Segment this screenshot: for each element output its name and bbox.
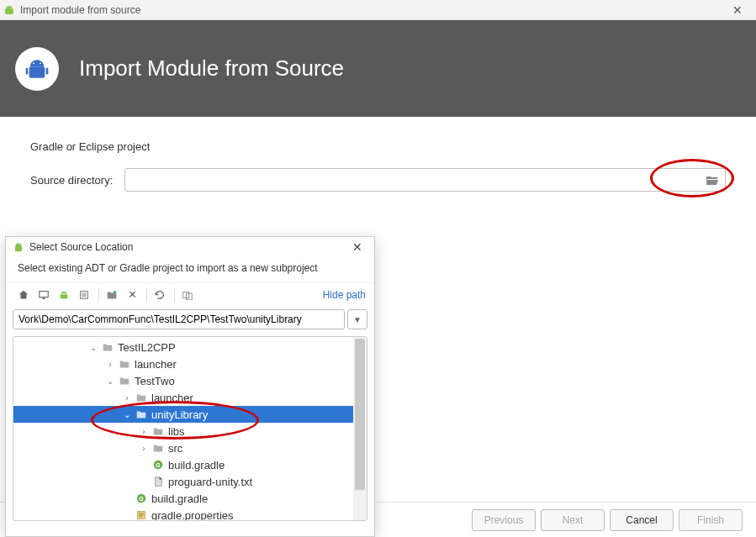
tree-item-TestIL2CPP[interactable]: ⌄TestIL2CPP <box>13 339 367 355</box>
file-tree[interactable]: ⌄TestIL2CPP›launcher⌄TestTwo›launcher⌄un… <box>13 337 367 521</box>
svg-rect-3 <box>26 67 29 74</box>
new-folder-icon[interactable] <box>103 286 121 304</box>
content-area: Gradle or Eclipse project Source directo… <box>0 117 756 215</box>
popup-close-button[interactable]: ✕ <box>347 239 367 255</box>
folder-icon <box>151 424 165 438</box>
folder-icon <box>118 357 131 371</box>
svg-point-7 <box>17 245 18 245</box>
select-source-popup: Select Source Location ✕ Select existing… <box>5 236 375 537</box>
svg-point-1 <box>10 7 11 8</box>
tree-item-label: src <box>168 442 182 455</box>
file-icon <box>151 475 165 488</box>
svg-rect-4 <box>46 67 49 74</box>
svg-point-8 <box>19 245 20 245</box>
tree-item-label: libs <box>168 425 185 438</box>
android-project-icon[interactable] <box>55 286 73 304</box>
chevron-icon[interactable]: ⌄ <box>87 343 99 352</box>
path-dropdown-button[interactable]: ▼ <box>347 309 367 329</box>
chevron-icon[interactable]: › <box>138 427 150 436</box>
toolbar-separator <box>98 287 99 303</box>
path-input[interactable] <box>13 309 345 329</box>
tree-item-build-gradle[interactable]: Gbuild.gradle <box>13 456 367 473</box>
tree-item-label: launcher <box>151 392 193 404</box>
gradle-icon: G <box>151 458 165 471</box>
cancel-button[interactable]: Cancel <box>610 509 674 531</box>
tree-item-label: TestIL2CPP <box>118 341 176 354</box>
folder-icon <box>151 441 165 455</box>
toolbar-separator <box>146 287 147 303</box>
folder-icon <box>101 340 114 354</box>
source-input[interactable] <box>124 168 726 192</box>
svg-rect-9 <box>40 291 49 297</box>
tree-item-label: build.gradle <box>151 492 208 505</box>
delete-icon[interactable]: ✕ <box>123 286 141 304</box>
source-label: Source directory: <box>30 174 124 187</box>
source-input-wrap <box>124 168 726 192</box>
svg-rect-2 <box>29 66 45 77</box>
source-row: Source directory: <box>30 168 726 192</box>
tree-item-src[interactable]: ›src <box>13 440 367 456</box>
tree-scrollbar[interactable] <box>353 337 367 520</box>
popup-toolbar: ✕ Hide path <box>6 282 374 306</box>
android-icon <box>13 241 24 253</box>
popup-title-bar: Select Source Location ✕ <box>6 237 374 257</box>
tree-item-launcher[interactable]: ›launcher <box>13 355 367 372</box>
popup-subtitle: Select existing ADT or Gradle project to… <box>6 257 374 282</box>
banner-icon <box>15 47 59 91</box>
tree-item-unityLibrary[interactable]: ⌄unityLibrary <box>13 406 367 423</box>
chevron-icon[interactable]: ⌄ <box>104 376 116 386</box>
svg-point-5 <box>33 62 34 64</box>
module-icon[interactable] <box>75 286 93 304</box>
tree-item-label: proguard-unity.txt <box>168 476 252 488</box>
folder-icon <box>135 408 148 421</box>
svg-text:G: G <box>156 462 161 468</box>
tree-item-libs[interactable]: ›libs <box>13 423 367 440</box>
scrollbar-thumb[interactable] <box>355 339 365 490</box>
tree-container: ⌄TestIL2CPP›launcher⌄TestTwo›launcher⌄un… <box>13 336 367 521</box>
tree-item-launcher[interactable]: ›launcher <box>13 389 367 406</box>
subtitle-text: Gradle or Eclipse project <box>30 140 726 153</box>
chevron-icon[interactable]: ⌄ <box>121 410 133 419</box>
tree-item-label: launcher <box>135 358 177 371</box>
desktop-icon[interactable] <box>34 286 53 304</box>
refresh-icon[interactable] <box>151 286 169 304</box>
next-button[interactable]: Next <box>541 509 605 531</box>
folder-icon <box>135 391 148 404</box>
previous-button[interactable]: Previous <box>472 509 536 531</box>
tree-item-proguard-unity-txt[interactable]: proguard-unity.txt <box>13 473 367 490</box>
show-hidden-icon[interactable] <box>178 286 197 304</box>
browse-button[interactable] <box>700 169 725 191</box>
chevron-icon[interactable]: › <box>104 360 116 369</box>
svg-text:G: G <box>139 496 144 502</box>
tree-item-gradle-properties[interactable]: gradle.properties <box>13 507 367 521</box>
tree-item-label: build.gradle <box>168 459 225 471</box>
window-title: Import module from source <box>20 4 722 16</box>
tree-item-label: TestTwo <box>135 375 175 387</box>
hide-path-link[interactable]: Hide path <box>323 289 366 301</box>
props-icon <box>135 508 148 521</box>
android-icon <box>3 4 15 16</box>
svg-rect-11 <box>82 292 86 297</box>
finish-button[interactable]: Finish <box>679 509 743 531</box>
banner-title: Import Module from Source <box>79 55 344 82</box>
folder-icon <box>118 374 131 387</box>
toolbar-separator <box>174 287 175 303</box>
svg-point-0 <box>8 7 8 8</box>
tree-item-label: unityLibrary <box>151 408 208 421</box>
chevron-icon[interactable]: › <box>121 393 133 403</box>
path-row: ▼ <box>6 306 374 333</box>
title-bar: Import module from source ✕ <box>0 0 756 20</box>
chevron-icon[interactable]: › <box>138 444 150 453</box>
svg-point-6 <box>40 62 41 64</box>
folder-open-icon <box>706 174 719 186</box>
gradle-icon: G <box>135 492 148 505</box>
close-button[interactable]: ✕ <box>722 1 753 19</box>
tree-item-TestTwo[interactable]: ⌄TestTwo <box>13 372 367 389</box>
tree-item-label: gradle.properties <box>151 509 234 522</box>
popup-title: Select Source Location <box>29 241 347 253</box>
tree-item-build-gradle[interactable]: Gbuild.gradle <box>13 490 367 507</box>
home-icon[interactable] <box>14 286 33 304</box>
header-banner: Import Module from Source <box>0 20 756 117</box>
